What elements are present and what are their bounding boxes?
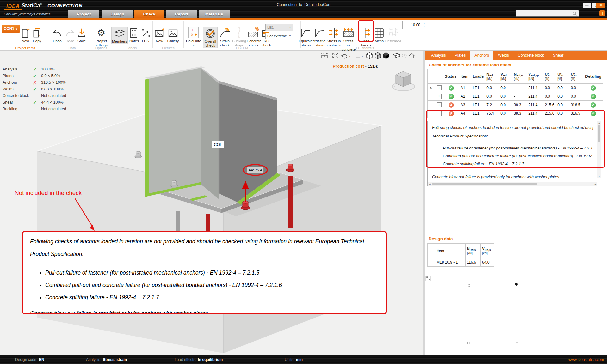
table-row-a4[interactable]: − A4 LE1 75.4 0.0 38.3 211.4 215.6 0.0 3…	[428, 109, 603, 118]
status-row-concrete-block: Concrete blockNot calculated	[3, 93, 82, 100]
deformed-button[interactable]: Deformed	[385, 27, 402, 43]
check-swirl-icon	[203, 27, 217, 39]
cell-loads: LE1	[471, 92, 485, 101]
rotate-view-icon[interactable]	[340, 52, 348, 59]
scrollbar-thumb[interactable]	[598, 125, 600, 142]
expand-preview-icon[interactable]	[425, 276, 431, 281]
scrollbar-thumb[interactable]	[432, 183, 537, 185]
undo-button[interactable]: Undo	[51, 27, 64, 43]
rtab-welds[interactable]: Welds	[493, 51, 513, 60]
buckling-shape-button[interactable]: Buckling shape	[232, 27, 246, 47]
row-expander[interactable]	[428, 109, 435, 118]
solid-cube-icon[interactable]	[382, 52, 390, 59]
tab-design[interactable]: Design	[102, 10, 133, 18]
close-button[interactable]: ✕	[596, 3, 605, 8]
row-expander[interactable]: >	[428, 84, 435, 92]
expand-toggle[interactable]: +	[437, 94, 442, 99]
concrete-check-button[interactable]: % Concrete check	[247, 27, 261, 47]
weld-edge	[145, 79, 149, 197]
strain-check-button[interactable]: % Strain check	[218, 27, 232, 47]
calculate-button[interactable]: +−×÷ Calculate ⌄	[185, 27, 202, 47]
table-row-a1[interactable]: > + A1 LE1 0.0 0.0 - 211.4 0.0 0.0 0.0	[428, 84, 603, 92]
cell-utts: 316.5	[569, 101, 584, 109]
group-caption-pictures: Pictures	[153, 46, 183, 50]
status-bar: Design code:EN Analysis:Stress, strain L…	[0, 355, 607, 364]
fit-view-icon[interactable]	[331, 52, 339, 59]
col-item: Item	[459, 69, 471, 84]
tab-materials[interactable]: Materials	[199, 10, 230, 18]
minimize-button[interactable]: —	[583, 3, 591, 8]
mesh-button[interactable]: Mesh	[374, 27, 385, 43]
statusbar-load-effects: Load effects:In equilibrium	[175, 357, 223, 362]
deformed-grid-icon	[385, 27, 402, 39]
members-toggle-button[interactable]: Members	[111, 27, 128, 44]
button-label: Gallery	[166, 39, 180, 43]
rtab-analysis[interactable]: Analysis	[427, 51, 450, 60]
section-crop-icon[interactable]	[354, 52, 361, 59]
expand-toggle[interactable]: +	[437, 102, 442, 107]
tab-project[interactable]: Project	[68, 10, 99, 18]
clip-view-icon[interactable]	[393, 52, 400, 59]
new-picture-button[interactable]: New	[154, 27, 165, 43]
plastic-strain-button[interactable]: Plastic strain	[313, 27, 326, 47]
gallery-button[interactable]: Gallery	[166, 27, 180, 43]
load-case-dropdown[interactable]: LE1▼	[265, 24, 293, 31]
row-expander[interactable]	[428, 101, 435, 109]
col-expander	[428, 69, 435, 84]
shaded-cube-icon[interactable]	[374, 52, 381, 59]
cell-utt: 215.6	[543, 101, 556, 109]
new-project-item-button[interactable]: New	[20, 27, 31, 43]
buckling-curve-icon	[232, 27, 246, 39]
axes-icon	[139, 27, 152, 39]
vertical-scrollbar[interactable]: ▲▼	[597, 121, 601, 178]
viewport-3d[interactable]: COL A4: 75.4 Analysis✓100.0% Plates✓0.0 …	[0, 51, 423, 355]
rtab-concrete-block[interactable]: Concrete block	[513, 51, 548, 60]
cell-nrdc: -	[512, 92, 527, 101]
mirror-view-icon[interactable]	[400, 52, 408, 59]
cell-vrdcp: 211.4	[527, 84, 543, 92]
tab-check[interactable]: Check	[134, 10, 164, 18]
home-view-icon[interactable]	[408, 52, 416, 59]
rtab-plates[interactable]: Plates	[450, 51, 470, 60]
design-data-row[interactable]: M18 10.9 - 1 116.6 64.0	[428, 258, 494, 267]
connection-selector-dropdown[interactable]: CON1 ▼	[2, 25, 20, 33]
button-label: Plates	[128, 39, 139, 43]
horizontal-scrollbar[interactable]: ◀▶	[428, 182, 597, 186]
table-row-a3[interactable]: + A3 LE1 7.2 0.0 38.3 211.4 215.6 0.0 31…	[428, 101, 603, 109]
plates-toggle-button[interactable]: Plates	[128, 27, 139, 43]
view-cube[interactable]	[391, 69, 416, 93]
wireframe-cube-icon[interactable]	[366, 52, 373, 59]
design-header-row: Item NRd,s[kN] VRd,s[kN]	[428, 244, 494, 258]
svg-text:A4: 75.4: A4: 75.4	[249, 168, 262, 172]
copy-project-item-button[interactable]: Copy	[31, 27, 43, 43]
bolt-forces-button[interactable]: Bolt forces	[359, 27, 373, 47]
project-settings-button[interactable]: ⚙ Project settings	[92, 27, 111, 47]
col-uts: Uts[%]	[556, 69, 569, 84]
expand-toggle[interactable]: +	[437, 85, 442, 90]
chevron-down-icon[interactable]: ⌄	[348, 52, 351, 59]
redo-button[interactable]: Redo	[64, 27, 76, 43]
row-expander[interactable]	[428, 92, 435, 101]
measure-icon[interactable]	[321, 52, 328, 59]
info-button[interactable]: i	[599, 10, 605, 16]
table-row-a2[interactable]: + A2 LE1 0.0 0.0 - 211.4 0.0 0.0 0.0	[428, 92, 603, 101]
cross-icon: ✗	[33, 80, 37, 85]
detailing-ok-icon	[591, 85, 596, 91]
note-footer: Concrete blow-out failure is provided on…	[30, 309, 378, 314]
chevron-down-icon[interactable]: ⌄	[361, 52, 364, 59]
overall-check-button[interactable]: Overall check	[203, 27, 218, 48]
stress-in-contacts-button[interactable]: Stress in contacts	[326, 27, 341, 47]
rtab-shear[interactable]: Shear	[548, 51, 568, 60]
website-link[interactable]: www.ideastatica.com	[568, 357, 604, 362]
save-button[interactable]: Save	[76, 27, 87, 43]
equivalent-stress-button[interactable]: Equivalent stress	[299, 27, 313, 47]
deformed-scale-stepper[interactable]: 10.00▲▼	[402, 21, 426, 29]
extreme-filter-dropdown[interactable]: For extreme▼	[265, 33, 293, 39]
collapse-toggle[interactable]: −	[437, 111, 442, 116]
cell-item: A4	[459, 109, 471, 118]
tab-report[interactable]: Report	[166, 10, 197, 18]
search-input[interactable]	[516, 10, 579, 17]
lcs-toggle-button[interactable]: LCS	[139, 27, 152, 43]
rtab-anchors[interactable]: Anchors	[470, 51, 493, 60]
detail-bullet: Combined pull-out and concrete failure (…	[443, 152, 593, 160]
